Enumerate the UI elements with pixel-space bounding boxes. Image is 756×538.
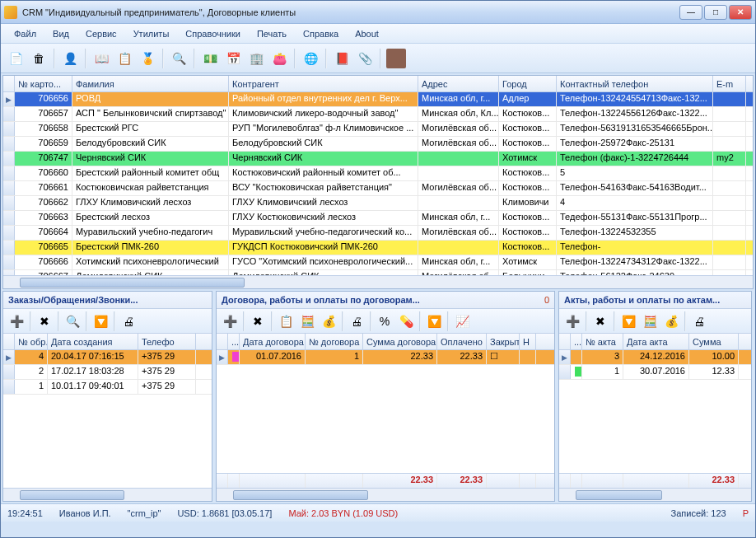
table-row[interactable]: 130.07.201612.33 [559,365,751,380]
col-city[interactable]: Город [499,76,557,91]
indicator-col[interactable] [3,76,15,91]
table-row[interactable]: 706664Муравильский учебно-педагогичМурав… [3,226,753,241]
money-icon[interactable]: 💰 [319,311,338,331]
print-icon[interactable]: 🖨 [689,311,709,331]
book2-icon[interactable]: 📕 [332,49,352,68]
menu-view[interactable]: Вид [46,27,76,40]
col-phone[interactable]: Контактный телефон [557,76,713,91]
table-row[interactable]: ▶324.12.201610.00 [559,350,751,365]
col-email[interactable]: E-m [713,76,746,91]
calc-icon[interactable]: 🧮 [297,311,317,331]
list-icon[interactable]: 📋 [114,49,134,68]
table-row[interactable]: 706657АСП " Белынковичский спиртзавод"Кл… [3,107,753,122]
table-row[interactable]: 706666Хотимский психоневрологическийГУСО… [3,255,753,270]
col-address[interactable]: Адрес [418,76,499,91]
table-row[interactable]: 706658Брестский РГСРУП "Могилевоблгаз" ф… [3,122,753,137]
acts-panel: Акты, работы и оплаты по актам... ➕ ✖ 🔽 … [558,291,752,502]
table-row[interactable]: 706660Брестский районный комитет общКост… [3,166,753,181]
main-toolbar: 📄 🗑 👤 📖 📋 🏅 🔍 💵 📅 🏢 👛 🌐 📕 📎 [1,44,755,73]
table-row[interactable]: 217.02.17 18:03:28+375 29 [3,365,212,380]
status-flag: P [743,508,749,518]
money-icon[interactable]: 💵 [200,49,220,68]
table-row[interactable]: ▶420.04.17 07:16:15+375 29 [3,350,212,365]
col-counterparty[interactable]: Контрагент [229,76,418,91]
delete-icon[interactable]: 🗑 [29,49,49,68]
contracts-title: Договора, работы и оплаты по договорам..… [222,295,420,305]
minimize-button[interactable]: — [679,5,702,20]
status-time: 19:24:51 [7,508,43,518]
clients-grid[interactable]: № карто... Фамилия Контрагент Адрес Горо… [2,75,754,289]
add-icon[interactable]: ➕ [562,311,582,331]
titlebar: CRM "Индивидуальный предприниматель", До… [1,1,755,24]
menu-service[interactable]: Сервис [79,27,124,40]
menu-directories[interactable]: Справочники [179,27,247,40]
table-row[interactable]: 706659Белодубровский СИКБелодубровский С… [3,137,753,152]
contracts-panel: Договора, работы и оплаты по договорам..… [216,291,555,502]
menu-print[interactable]: Печать [250,27,293,40]
add-client-icon[interactable]: 📄 [6,49,26,68]
table-row[interactable]: 706665Брестский ПМК-260ГУКДСП Костюкович… [3,241,753,255]
col-order-no[interactable]: № обр... [15,334,48,349]
filter-icon[interactable]: 🔽 [91,311,110,331]
menu-help[interactable]: Справка [296,27,345,40]
table-row[interactable]: 706663Брестский лесхозГЛХУ Костюковичски… [3,211,753,226]
wallet-icon[interactable]: 👛 [269,49,289,68]
orders-panel: Заказы/Обращения/Звонки... ➕ ✖ 🔍 🔽 🖨 № о… [2,291,212,502]
table-row[interactable]: 706662ГЛХУ Климовичский лесхозГЛХУ Климо… [3,196,753,211]
add-icon[interactable]: ➕ [7,311,26,331]
table-row[interactable]: 110.01.17 09:40:01+375 29 [3,380,212,395]
delete-icon[interactable]: ✖ [590,311,610,331]
delete-icon[interactable]: ✖ [35,311,54,331]
percent-icon[interactable]: % [375,311,394,331]
table-row[interactable]: 706747Чернявский СИКЧернявский СИКХотимс… [3,152,753,166]
filter-icon[interactable]: 🔽 [618,311,638,331]
print-icon[interactable]: 🖨 [347,311,366,331]
search-icon[interactable]: 🔍 [169,49,189,68]
list-icon[interactable]: 📋 [276,311,296,331]
menu-file[interactable]: Файл [7,27,43,40]
search-icon[interactable]: 🔍 [63,311,82,331]
h-scrollbar[interactable] [217,488,554,501]
globe-icon[interactable]: 🌐 [301,49,320,68]
attach-icon[interactable]: 📎 [355,49,375,68]
orders-toolbar: ➕ ✖ 🔍 🔽 🖨 [3,309,212,334]
contracts-toolbar: ➕ ✖ 📋 🧮 💰 🖨 % 💊 🔽 📈 [217,309,554,334]
h-scrollbar[interactable] [559,488,751,501]
calc-icon[interactable]: 🧮 [640,311,660,331]
col-surname[interactable]: Фамилия [72,76,229,91]
h-scrollbar[interactable] [3,488,212,501]
table-row[interactable]: ▶01.07.2016122.3322.33☐ [217,350,554,365]
contracts-grid-body[interactable]: ▶01.07.2016122.3322.33☐ [217,350,554,473]
add-icon[interactable]: ➕ [220,311,240,331]
acts-footer: 22.33 [559,473,751,488]
table-row[interactable]: 706661Костюковичская райветстанцияВСУ "К… [3,181,753,196]
clients-grid-body[interactable]: ▶706656РОВДРайонный отдел внутренних дел… [3,92,753,275]
person-icon[interactable]: 👤 [60,49,80,68]
maximize-button[interactable]: □ [704,5,727,20]
acts-toolbar: ➕ ✖ 🔽 🧮 💰 🖨 [559,309,751,334]
delete-icon[interactable]: ✖ [248,311,268,331]
book-icon[interactable]: 📖 [91,49,111,68]
pill-icon[interactable]: 💊 [396,311,416,331]
chart-icon[interactable]: 📈 [452,311,472,331]
statusbar: 19:24:51 Иванов И.П. "crm_ip" USD: 1.868… [1,503,755,522]
menu-utilities[interactable]: Утилиты [127,27,176,40]
money-icon[interactable]: 💰 [661,311,681,331]
col-created[interactable]: Дата создания [48,334,138,349]
filter-icon[interactable]: 🔽 [424,311,444,331]
building-icon[interactable]: 🏢 [246,49,266,68]
print-icon[interactable]: 🖨 [119,311,138,331]
calendar-icon[interactable]: 📅 [223,49,243,68]
acts-grid-body[interactable]: ▶324.12.201610.00130.07.201612.33 [559,350,751,473]
orders-grid-body[interactable]: ▶420.04.17 07:16:15+375 29217.02.17 18:0… [3,350,212,488]
close-button[interactable]: ✕ [729,5,752,20]
table-row[interactable]: ▶706656РОВДРайонный отдел внутренних дел… [3,92,753,107]
orders-title: Заказы/Обращения/Звонки... [8,295,138,305]
acts-title: Акты, работы и оплаты по актам... [564,295,720,305]
col-phone[interactable]: Телефо [138,334,196,349]
h-scrollbar[interactable] [3,275,753,288]
menu-about[interactable]: About [348,27,385,40]
col-card-no[interactable]: № карто... [15,76,72,91]
badge-icon[interactable]: 🏅 [138,49,157,68]
user-avatar[interactable] [386,49,406,68]
